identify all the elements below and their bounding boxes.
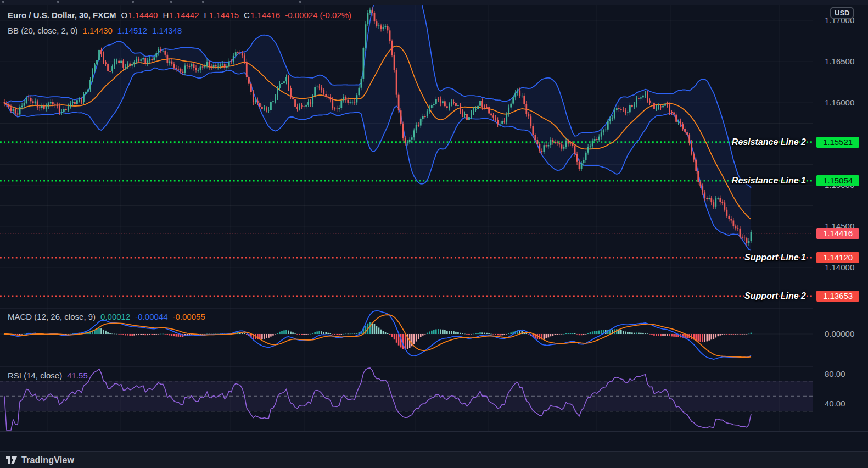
toolbar-fragment — [132, 1, 134, 3]
price-scale-tick: 0.00000 — [825, 329, 854, 339]
price-badge: 1.14120 — [816, 252, 859, 263]
currency-usd-badge[interactable]: USD — [830, 7, 854, 19]
ohlc-low: L 1.14415 — [204, 10, 239, 20]
ohlc-close: C 1.14416 — [244, 10, 280, 20]
macd-signal-value: -0.00055 — [173, 312, 205, 321]
price-scale-tick: 1.16500 — [825, 57, 854, 66]
toolbar-fragment — [57, 1, 59, 3]
level-label-resistance-line-2[interactable]: Resistance Line 2 — [732, 136, 806, 148]
macd-label: MACD (12, 26, close, 9) — [8, 312, 96, 321]
toolbar-fragment — [170, 1, 172, 3]
price-badge: 1.13653 — [816, 291, 859, 302]
tradingview-logo[interactable]: TradingView — [5, 455, 74, 466]
chart-canvas[interactable] — [0, 0, 868, 468]
toolbar-fragment — [202, 1, 204, 3]
price-badge: 1.15054 — [816, 175, 859, 186]
bb-basis-value: 1.14430 — [83, 26, 113, 35]
toolbar-fragment — [299, 1, 301, 3]
tradingview-chart-window: Euro / U.S. Dollar, 30, FXCM O 1.14440 H… — [0, 0, 868, 468]
bb-lower-value: 1.14348 — [152, 26, 182, 35]
rsi-value: 41.55 — [67, 371, 88, 380]
tradingview-logo-icon — [5, 455, 18, 466]
cropped-toolbar — [0, 0, 868, 5]
price-badge: 1.15521 — [816, 137, 859, 148]
footer-bar: TradingView — [0, 451, 868, 468]
level-label-resistance-line-1[interactable]: Resistance Line 1 — [732, 175, 806, 187]
rsi-label: RSI (14, close) — [8, 371, 62, 380]
macd-line-value: -0.00044 — [135, 312, 167, 321]
tradingview-watermark-text: TradingView — [21, 455, 74, 465]
macd-legend-row[interactable]: MACD (12, 26, close, 9) 0.00012 -0.00044… — [8, 312, 205, 321]
macd-histogram-value: 0.00012 — [100, 312, 130, 321]
ohlc-high: H 1.14442 — [163, 10, 199, 20]
bb-legend-row[interactable]: BB (20, close, 2, 0) 1.14430 1.14512 1.1… — [8, 26, 182, 35]
toolbar-fragment — [2, 1, 4, 3]
price-change: -0.00024 (-0.02%) — [285, 10, 351, 20]
bb-label: BB (20, close, 2, 0) — [8, 26, 78, 35]
ohlc-open: O 1.14440 — [121, 10, 158, 20]
price-badge: 1.14416 — [816, 228, 859, 239]
price-scale-tick: 40.00 — [825, 399, 845, 409]
level-label-support-line-1[interactable]: Support Line 1 — [744, 252, 806, 264]
symbol-title: Euro / U.S. Dollar, 30, FXCM — [8, 10, 116, 20]
rsi-legend-row[interactable]: RSI (14, close) 41.55 — [8, 371, 88, 380]
level-label-support-line-2[interactable]: Support Line 2 — [744, 290, 806, 302]
bb-upper-value: 1.14512 — [117, 26, 147, 35]
time-axis[interactable]: 18202527Nov381015 — [0, 431, 868, 452]
price-scale-tick: 1.16000 — [825, 98, 854, 108]
price-scale-tick: 80.00 — [825, 369, 845, 379]
price-scale-tick: 1.14000 — [825, 263, 854, 272]
symbol-legend-row[interactable]: Euro / U.S. Dollar, 30, FXCM O 1.14440 H… — [8, 10, 351, 20]
